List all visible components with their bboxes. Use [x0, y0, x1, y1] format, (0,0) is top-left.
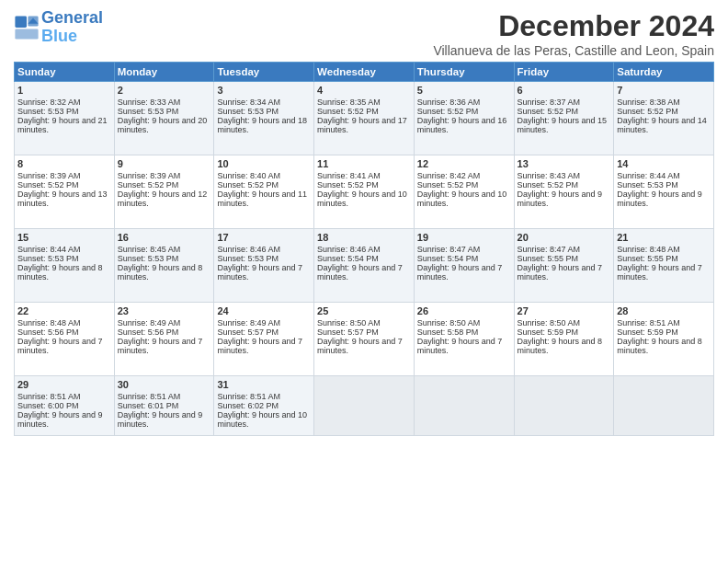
header: General Blue December 2024 Villanueva de… — [14, 9, 714, 58]
sunrise: Sunrise: 8:47 AM — [518, 245, 581, 254]
sunrise: Sunrise: 8:48 AM — [617, 245, 680, 254]
daylight: Daylight: 9 hours and 9 minutes. — [17, 410, 103, 429]
calendar-cell: 30Sunrise: 8:51 AMSunset: 6:01 PMDayligh… — [114, 376, 214, 436]
sunrise: Sunrise: 8:49 AM — [118, 318, 181, 327]
daylight: Daylight: 9 hours and 9 minutes. — [617, 190, 702, 208]
sunrise: Sunrise: 8:38 AM — [617, 98, 680, 107]
day-number: 12 — [417, 158, 511, 169]
day-number: 1 — [17, 85, 111, 96]
sunset: Sunset: 5:58 PM — [417, 327, 479, 337]
daylight: Daylight: 9 hours and 10 minutes. — [417, 190, 507, 208]
col-tuesday: Tuesday — [214, 63, 314, 82]
calendar-cell: 27Sunrise: 8:50 AMSunset: 5:59 PMDayligh… — [514, 303, 614, 376]
day-number: 8 — [17, 158, 111, 169]
sunset: Sunset: 5:52 PM — [518, 180, 579, 190]
daylight: Daylight: 9 hours and 18 minutes. — [217, 116, 307, 134]
calendar-cell: 28Sunrise: 8:51 AMSunset: 5:59 PMDayligh… — [614, 303, 714, 376]
daylight: Daylight: 9 hours and 11 minutes. — [217, 190, 307, 208]
calendar-cell: 11Sunrise: 8:41 AMSunset: 5:52 PMDayligh… — [314, 155, 415, 229]
calendar-cell: 26Sunrise: 8:50 AMSunset: 5:58 PMDayligh… — [414, 303, 514, 376]
sunrise: Sunrise: 8:42 AM — [417, 171, 481, 180]
sunrise: Sunrise: 8:44 AM — [17, 245, 81, 254]
sunrise: Sunrise: 8:44 AM — [617, 171, 680, 180]
sunrise: Sunrise: 8:46 AM — [217, 245, 280, 254]
sunset: Sunset: 5:53 PM — [17, 107, 79, 116]
daylight: Daylight: 9 hours and 10 minutes. — [217, 410, 307, 429]
day-number: 17 — [217, 232, 311, 243]
calendar-cell: 23Sunrise: 8:49 AMSunset: 5:56 PMDayligh… — [114, 303, 214, 376]
daylight: Daylight: 9 hours and 14 minutes. — [617, 116, 707, 134]
col-friday: Friday — [514, 63, 614, 82]
sunrise: Sunrise: 8:39 AM — [17, 171, 81, 180]
calendar-cell: 13Sunrise: 8:43 AMSunset: 5:52 PMDayligh… — [514, 155, 614, 229]
daylight: Daylight: 9 hours and 7 minutes. — [417, 263, 503, 282]
day-number: 25 — [317, 305, 411, 316]
daylight: Daylight: 9 hours and 9 minutes. — [518, 190, 603, 208]
sunrise: Sunrise: 8:51 AM — [118, 392, 181, 401]
calendar-cell: 2Sunrise: 8:33 AMSunset: 5:53 PMDaylight… — [114, 82, 214, 155]
sunset: Sunset: 5:59 PM — [518, 327, 579, 337]
day-number: 13 — [518, 158, 611, 169]
sunrise: Sunrise: 8:41 AM — [317, 171, 381, 180]
col-saturday: Saturday — [614, 63, 714, 82]
sunset: Sunset: 5:53 PM — [118, 107, 179, 116]
sunrise: Sunrise: 8:43 AM — [518, 171, 581, 180]
sunset: Sunset: 5:52 PM — [217, 180, 279, 190]
day-number: 22 — [17, 305, 111, 316]
sunset: Sunset: 5:52 PM — [417, 107, 479, 116]
sunset: Sunset: 6:02 PM — [217, 401, 279, 410]
week-row-1: 1Sunrise: 8:32 AMSunset: 5:53 PMDaylight… — [15, 82, 714, 155]
header-row: Sunday Monday Tuesday Wednesday Thursday… — [15, 63, 714, 82]
calendar-body: 1Sunrise: 8:32 AMSunset: 5:53 PMDaylight… — [15, 82, 714, 436]
sunrise: Sunrise: 8:49 AM — [217, 318, 280, 327]
day-number: 30 — [118, 379, 211, 390]
col-wednesday: Wednesday — [314, 63, 415, 82]
calendar-cell: 24Sunrise: 8:49 AMSunset: 5:57 PMDayligh… — [214, 303, 314, 376]
week-row-5: 29Sunrise: 8:51 AMSunset: 6:00 PMDayligh… — [15, 376, 714, 436]
daylight: Daylight: 9 hours and 7 minutes. — [617, 263, 702, 282]
day-number: 7 — [617, 85, 711, 96]
calendar-cell: 15Sunrise: 8:44 AMSunset: 5:53 PMDayligh… — [15, 229, 115, 303]
week-row-2: 8Sunrise: 8:39 AMSunset: 5:52 PMDaylight… — [15, 155, 714, 229]
daylight: Daylight: 9 hours and 16 minutes. — [417, 116, 507, 134]
daylight: Daylight: 9 hours and 15 minutes. — [518, 116, 608, 134]
sunset: Sunset: 5:52 PM — [118, 180, 179, 190]
sunset: Sunset: 5:56 PM — [17, 327, 79, 337]
sunset: Sunset: 5:57 PM — [217, 327, 279, 337]
calendar-cell: 18Sunrise: 8:46 AMSunset: 5:54 PMDayligh… — [314, 229, 415, 303]
day-number: 11 — [317, 158, 411, 169]
sunrise: Sunrise: 8:32 AM — [17, 98, 81, 107]
daylight: Daylight: 9 hours and 7 minutes. — [217, 337, 302, 355]
day-number: 16 — [118, 232, 211, 243]
daylight: Daylight: 9 hours and 7 minutes. — [118, 337, 203, 355]
sunset: Sunset: 5:55 PM — [518, 254, 579, 263]
day-number: 29 — [17, 379, 111, 390]
sunset: Sunset: 5:57 PM — [317, 327, 379, 337]
title-block: December 2024 Villanueva de las Peras, C… — [433, 9, 714, 58]
day-number: 14 — [617, 158, 711, 169]
calendar-table: Sunday Monday Tuesday Wednesday Thursday… — [14, 62, 714, 436]
daylight: Daylight: 9 hours and 8 minutes. — [118, 263, 203, 282]
day-number: 15 — [17, 232, 111, 243]
daylight: Daylight: 9 hours and 10 minutes. — [317, 190, 407, 208]
calendar-cell — [514, 376, 614, 436]
calendar-cell — [314, 376, 415, 436]
daylight: Daylight: 9 hours and 13 minutes. — [17, 190, 108, 208]
calendar-cell: 20Sunrise: 8:47 AMSunset: 5:55 PMDayligh… — [514, 229, 614, 303]
logo-text: General Blue — [41, 9, 103, 46]
day-number: 27 — [518, 305, 611, 316]
calendar-cell: 10Sunrise: 8:40 AMSunset: 5:52 PMDayligh… — [214, 155, 314, 229]
calendar-cell: 14Sunrise: 8:44 AMSunset: 5:53 PMDayligh… — [614, 155, 714, 229]
daylight: Daylight: 9 hours and 12 minutes. — [118, 190, 208, 208]
day-number: 3 — [217, 85, 311, 96]
svg-rect-0 — [15, 16, 27, 28]
calendar-cell: 5Sunrise: 8:36 AMSunset: 5:52 PMDaylight… — [414, 82, 514, 155]
sunset: Sunset: 5:52 PM — [317, 180, 379, 190]
calendar-cell: 3Sunrise: 8:34 AMSunset: 5:53 PMDaylight… — [214, 82, 314, 155]
daylight: Daylight: 9 hours and 7 minutes. — [518, 263, 603, 282]
sunset: Sunset: 5:53 PM — [617, 180, 678, 190]
calendar-cell: 22Sunrise: 8:48 AMSunset: 5:56 PMDayligh… — [15, 303, 115, 376]
sunrise: Sunrise: 8:40 AM — [217, 171, 280, 180]
daylight: Daylight: 9 hours and 17 minutes. — [317, 116, 407, 134]
sunset: Sunset: 5:54 PM — [317, 254, 379, 263]
